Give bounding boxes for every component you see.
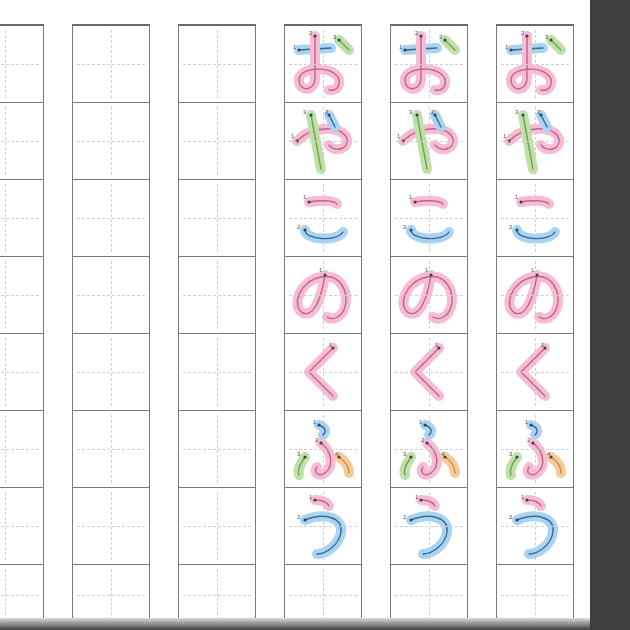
practice-cell[interactable] [178, 179, 256, 257]
practice-cell[interactable] [0, 410, 44, 488]
practice-cell[interactable] [284, 564, 362, 625]
worksheet-page: 1 2 3 1 2 3 1 2 1 [0, 0, 590, 618]
practice-cell[interactable] [72, 102, 150, 180]
guide-cell-o: 1 2 3 [496, 24, 574, 103]
practice-grid: 1 2 3 1 2 3 1 2 1 [0, 24, 574, 625]
guide-cell-ya: 1 2 3 [390, 102, 468, 180]
guide-cell-u: 1 2 [284, 487, 362, 565]
practice-cell[interactable] [72, 487, 150, 565]
kana-no [497, 257, 573, 333]
stroke-number: 2 [325, 109, 328, 115]
pdf-viewer-viewport: 1 2 3 1 2 3 1 2 1 [0, 0, 630, 630]
guide-cell-ya: 1 2 3 [284, 102, 362, 180]
practice-cell[interactable] [0, 102, 44, 180]
practice-cell[interactable] [0, 256, 44, 334]
stroke-number: 2 [315, 437, 318, 443]
kana-ya [391, 103, 467, 179]
stroke-number: 2 [297, 514, 300, 520]
stroke-number: 1 [521, 494, 524, 500]
kana-fu [391, 411, 467, 487]
guide-cell-fu: 1 2 3 4 [390, 410, 468, 488]
stroke-number: 1 [291, 133, 294, 139]
kana-no [391, 257, 467, 333]
practice-cell[interactable] [0, 24, 44, 103]
stroke-number: 2 [415, 30, 418, 36]
practice-cell[interactable] [0, 179, 44, 257]
kana-o [285, 26, 361, 102]
practice-cell[interactable] [72, 24, 150, 103]
stroke-number: 1 [409, 194, 412, 200]
kana-no [285, 257, 361, 333]
practice-cell[interactable] [178, 487, 256, 565]
kana-fu [497, 411, 573, 487]
stroke-number: 2 [509, 224, 512, 230]
stroke-number: 1 [425, 267, 428, 273]
practice-cell[interactable] [496, 564, 574, 625]
stroke-number: 1 [525, 419, 528, 425]
practice-cell[interactable] [72, 333, 150, 411]
stroke-number: 1 [415, 494, 418, 500]
stroke-number: 3 [439, 34, 442, 40]
guide-column: 1 2 3 1 2 3 1 2 1 1 1 2 3 [390, 24, 468, 625]
practice-cell[interactable] [0, 487, 44, 565]
guide-column: 1 2 3 1 2 3 1 2 1 [284, 24, 362, 625]
stroke-number: 1 [419, 419, 422, 425]
guide-cell-fu: 1 2 3 4 [284, 410, 362, 488]
practice-cell[interactable] [72, 564, 150, 625]
stroke-number: 2 [297, 224, 300, 230]
practice-cell[interactable] [72, 410, 150, 488]
guide-cell-ko: 1 2 [496, 179, 574, 257]
kana-o [497, 26, 573, 102]
kana-ko [285, 180, 361, 256]
guide-cell-no: 1 [390, 256, 468, 334]
guide-cell-u: 1 2 [496, 487, 574, 565]
practice-cell[interactable] [0, 333, 44, 411]
practice-cell[interactable] [178, 333, 256, 411]
practice-cell[interactable] [178, 564, 256, 625]
stroke-number: 1 [435, 342, 438, 348]
stroke-number: 1 [505, 44, 508, 50]
stroke-number: 3 [297, 451, 300, 457]
stroke-number: 3 [303, 109, 306, 115]
practice-cell[interactable] [178, 410, 256, 488]
guide-cell-o: 1 2 3 [390, 24, 468, 103]
practice-cell[interactable] [178, 24, 256, 103]
guide-cell-o: 1 2 3 [284, 24, 362, 103]
stroke-number: 2 [527, 437, 530, 443]
practice-cell[interactable] [178, 256, 256, 334]
guide-cell-ku: 1 [390, 333, 468, 411]
practice-cell[interactable] [72, 179, 150, 257]
kana-u [285, 488, 361, 564]
guide-cell-no: 1 [284, 256, 362, 334]
practice-cell[interactable] [390, 564, 468, 625]
page-shadow [0, 618, 590, 630]
stroke-number: 2 [403, 514, 406, 520]
practice-column [72, 24, 150, 625]
practice-cell[interactable] [178, 102, 256, 180]
stroke-number: 3 [509, 451, 512, 457]
stroke-number: 4 [441, 451, 444, 457]
stroke-number: 1 [309, 494, 312, 500]
kana-ku [285, 334, 361, 410]
stroke-number: 1 [329, 342, 332, 348]
kana-ya [285, 103, 361, 179]
practice-cell[interactable] [0, 564, 44, 625]
practice-column [178, 24, 256, 625]
stroke-number: 1 [397, 133, 400, 139]
stroke-number: 1 [313, 419, 316, 425]
kana-ko [497, 180, 573, 256]
kana-ku [391, 334, 467, 410]
practice-column [0, 24, 44, 625]
stroke-number: 1 [293, 44, 296, 50]
stroke-number: 2 [431, 109, 434, 115]
stroke-number: 2 [509, 514, 512, 520]
practice-cell[interactable] [72, 256, 150, 334]
guide-cell-ko: 1 2 [284, 179, 362, 257]
kana-u [497, 488, 573, 564]
stroke-number: 3 [515, 109, 518, 115]
stroke-number: 1 [515, 194, 518, 200]
guide-cell-ku: 1 [496, 333, 574, 411]
stroke-number: 4 [335, 451, 338, 457]
stroke-number: 4 [547, 451, 550, 457]
stroke-number: 3 [403, 451, 406, 457]
